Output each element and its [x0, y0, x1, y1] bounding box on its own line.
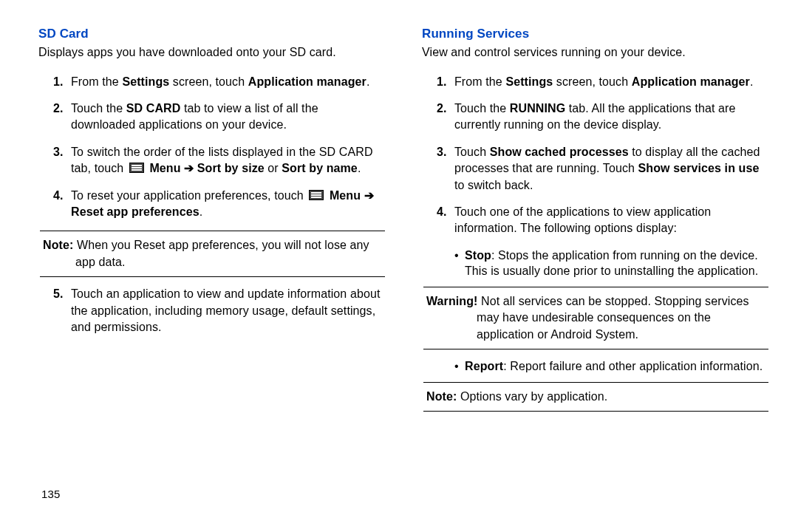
manual-page: SD Card Displays apps you have downloade… [0, 0, 798, 420]
page-number: 135 [41, 488, 60, 500]
note-block-right: Note: Options vary by application. [423, 382, 768, 412]
note-block-left: Note: When you Reset app preferences, yo… [40, 231, 385, 277]
bullet-stop: • Stop: Stops the application from runni… [454, 248, 771, 279]
step-3-right: 3. Touch Show cached processes to displa… [437, 144, 771, 194]
section-desc-sdcard: Displays apps you have downloaded onto y… [38, 44, 388, 61]
step-4-left: 4. To reset your application preferences… [53, 188, 388, 221]
step-4-right: 4. Touch one of the applications to view… [437, 204, 771, 237]
bullet-report: • Report: Report failure and other appli… [454, 358, 771, 375]
step-5-left: 5. Touch an application to view and upda… [53, 286, 388, 335]
step-2-right: 2. Touch the RUNNING tab. All the applic… [437, 100, 771, 134]
step-2-left: 2. Touch the SD CARD tab to view a list … [53, 100, 388, 134]
column-right: Running Services View and control servic… [420, 27, 771, 420]
column-left: SD Card Displays apps you have downloade… [27, 27, 388, 420]
menu-icon [309, 190, 324, 200]
section-title-sdcard: SD Card [38, 27, 388, 41]
section-desc-running: View and control services running on you… [422, 44, 771, 61]
menu-icon [129, 163, 144, 173]
section-title-running: Running Services [422, 27, 771, 41]
step-1-right: 1. From the Settings screen, touch Appli… [437, 74, 771, 90]
step-3-left: 3. To switch the order of the lists disp… [53, 144, 388, 177]
warning-block: Warning! Not all services can be stopped… [423, 287, 768, 349]
step-1-left: 1. From the Settings screen, touch Appli… [53, 74, 388, 90]
